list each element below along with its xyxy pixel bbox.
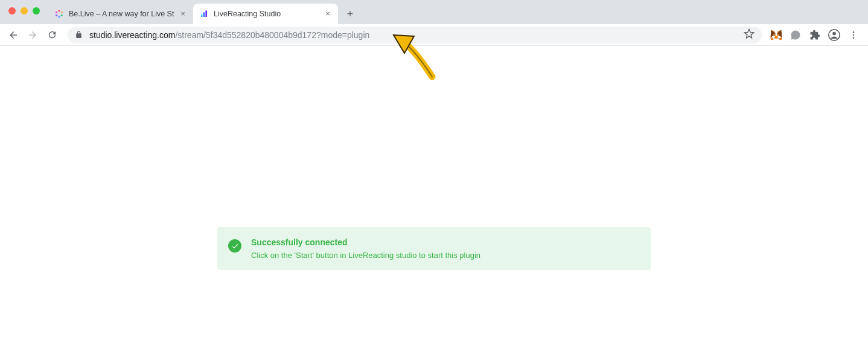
url-path: /stream/5f34d552820b480004b9d172?mode=pl… bbox=[175, 30, 369, 40]
svg-rect-6 bbox=[201, 14, 202, 17]
back-button[interactable] bbox=[5, 27, 22, 43]
tab-close-icon[interactable]: × bbox=[324, 10, 332, 18]
svg-marker-11 bbox=[779, 37, 782, 40]
new-tab-button[interactable]: + bbox=[342, 5, 359, 22]
svg-point-5 bbox=[56, 11, 57, 13]
tab-title: Be.Live – A new way for Live St bbox=[69, 10, 175, 18]
chat-extension-icon[interactable] bbox=[790, 29, 802, 41]
svg-rect-8 bbox=[205, 10, 207, 17]
tab-belive[interactable]: Be.Live – A new way for Live St × bbox=[48, 4, 193, 24]
svg-point-22 bbox=[853, 31, 855, 33]
reload-icon bbox=[47, 30, 57, 40]
page-content: Successfully connected Click on the 'Sta… bbox=[0, 46, 868, 351]
svg-point-3 bbox=[58, 16, 60, 18]
status-card: Successfully connected Click on the 'Sta… bbox=[217, 227, 651, 270]
svg-marker-12 bbox=[770, 37, 773, 40]
svg-point-21 bbox=[832, 31, 836, 35]
tab-title: LiveReacting Studio bbox=[214, 10, 320, 18]
success-check-icon bbox=[228, 239, 241, 253]
back-arrow-icon bbox=[8, 30, 19, 40]
belive-favicon-icon bbox=[54, 9, 64, 19]
browser-tab-strip: Be.Live – A new way for Live St × LiveRe… bbox=[0, 0, 868, 24]
tab-livereacting[interactable]: LiveReacting Studio × bbox=[193, 4, 338, 24]
status-subtitle: Click on the 'Start' button in LiveReact… bbox=[251, 251, 639, 260]
window-zoom-icon[interactable] bbox=[33, 7, 40, 14]
svg-rect-7 bbox=[203, 12, 205, 17]
forward-button bbox=[24, 27, 41, 43]
livereacting-favicon-icon bbox=[199, 9, 209, 19]
plus-icon: + bbox=[347, 8, 354, 21]
address-bar[interactable]: studio.livereacting.com/stream/5f34d5528… bbox=[68, 27, 762, 43]
window-minimize-icon[interactable] bbox=[21, 7, 28, 14]
tab-close-icon[interactable]: × bbox=[179, 10, 187, 18]
lock-icon bbox=[75, 31, 83, 39]
url-text: studio.livereacting.com/stream/5f34d5528… bbox=[89, 30, 369, 40]
browser-menu-icon[interactable] bbox=[847, 29, 860, 41]
bookmark-star-icon[interactable] bbox=[744, 28, 755, 41]
svg-point-1 bbox=[61, 11, 63, 13]
svg-point-4 bbox=[56, 14, 57, 16]
profile-avatar-icon[interactable] bbox=[828, 29, 840, 41]
extensions-puzzle-icon[interactable] bbox=[809, 29, 821, 41]
browser-toolbar: studio.livereacting.com/stream/5f34d5528… bbox=[0, 24, 868, 46]
url-host: studio.livereacting.com bbox=[89, 30, 175, 40]
svg-point-24 bbox=[853, 37, 855, 39]
metamask-extension-icon[interactable] bbox=[770, 29, 782, 41]
status-title: Successfully connected bbox=[251, 237, 639, 247]
tabs-row: Be.Live – A new way for Live St × LiveRe… bbox=[48, 0, 359, 24]
svg-point-0 bbox=[58, 10, 60, 11]
toolbar-action-icons bbox=[769, 29, 863, 41]
window-traffic-lights bbox=[8, 7, 40, 14]
svg-point-2 bbox=[61, 14, 63, 16]
reload-button[interactable] bbox=[43, 27, 60, 43]
forward-arrow-icon bbox=[27, 30, 38, 40]
window-close-icon[interactable] bbox=[8, 7, 16, 14]
svg-point-23 bbox=[853, 34, 855, 36]
